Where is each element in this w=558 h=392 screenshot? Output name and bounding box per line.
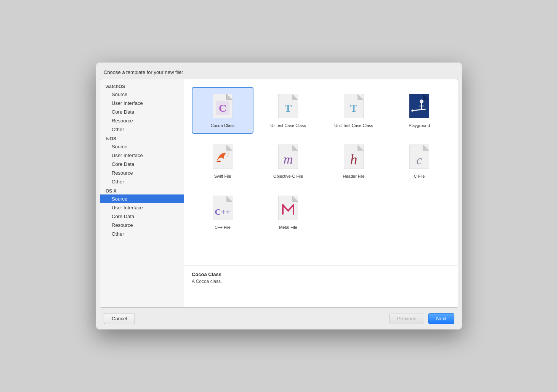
header-file-icon: h (342, 143, 365, 170)
ui-test-case-icon: T (277, 92, 300, 120)
sidebar-item-osx-source[interactable]: Source (100, 194, 184, 203)
sidebar-item-tvos-resource[interactable]: Resource (100, 169, 184, 177)
svg-text:h: h (350, 151, 358, 167)
cpp-file-label: C++ File (215, 225, 231, 230)
template-cpp-file[interactable]: C++ C++ File (192, 189, 253, 236)
sidebar-item-tvos-other[interactable]: Other (100, 177, 184, 186)
dialog-title: Choose a template for your new file: (104, 69, 183, 75)
template-swift-file[interactable]: Swift File (192, 138, 253, 185)
cocoa-class-label: Cocoa Class (211, 123, 234, 129)
playground-label: Playground (409, 123, 430, 129)
new-file-dialog: Choose a template for your new file: wat… (96, 63, 462, 329)
ui-test-case-label: UI Test Case Class (270, 123, 306, 129)
svg-point-15 (411, 109, 414, 112)
cancel-button[interactable]: Cancel (104, 313, 135, 324)
objective-c-icon: m (277, 143, 300, 170)
template-playground[interactable]: Playground (388, 87, 450, 134)
sidebar-item-osx-ui[interactable]: User Interface (100, 203, 184, 212)
description-title: Cocoa Class (192, 272, 450, 277)
sidebar-item-osx-resource[interactable]: Resource (100, 221, 184, 230)
template-c-file[interactable]: c C File (388, 138, 450, 185)
sidebar-item-watchos-other[interactable]: Other (100, 125, 184, 134)
c-file-icon: c (408, 143, 431, 170)
sidebar-item-osx-other[interactable]: Other (100, 230, 184, 238)
playground-icon (408, 92, 431, 120)
cocoa-class-icon: C (211, 92, 234, 120)
svg-text:m: m (284, 152, 293, 166)
sidebar-group-osx: OS X (100, 186, 184, 194)
sidebar-item-osx-coredata[interactable]: Core Data (100, 212, 184, 221)
swift-file-label: Swift File (214, 174, 231, 179)
template-cocoa-class[interactable]: C Cocoa Class (192, 87, 253, 134)
next-button[interactable]: Next (428, 313, 454, 324)
svg-text:c: c (416, 153, 422, 167)
metal-file-label: Metal File (279, 225, 297, 230)
svg-text:T: T (285, 102, 292, 114)
svg-text:C: C (219, 102, 226, 114)
cpp-file-icon: C++ (211, 194, 234, 222)
template-objective-c-file[interactable]: m Objective-C File (257, 138, 319, 185)
metal-file-icon (277, 194, 300, 222)
sidebar-group-tvos: tvOS (100, 134, 184, 142)
description-area: Cocoa Class A Cocoa class. (184, 265, 458, 307)
description-text: A Cocoa class. (192, 279, 450, 284)
dialog-header: Choose a template for your new file: (96, 63, 462, 79)
sidebar: watchOS Source User Interface Core Data … (100, 79, 184, 307)
unit-test-case-icon: T (342, 92, 365, 120)
template-ui-test-case-class[interactable]: T UI Test Case Class (257, 87, 319, 134)
c-file-label: C File (414, 174, 425, 179)
content-area: C Cocoa Class T UI Test Case Class (184, 79, 458, 307)
sidebar-item-watchos-ui[interactable]: User Interface (100, 99, 184, 108)
objective-c-label: Objective-C File (273, 174, 303, 179)
sidebar-item-watchos-resource[interactable]: Resource (100, 116, 184, 125)
sidebar-item-tvos-coredata[interactable]: Core Data (100, 160, 184, 169)
template-grid: C Cocoa Class T UI Test Case Class (184, 79, 458, 265)
previous-button[interactable]: Previous (389, 313, 425, 324)
svg-text:T: T (350, 102, 358, 114)
template-metal-file[interactable]: Metal File (257, 189, 319, 236)
svg-text:C++: C++ (215, 207, 231, 217)
dialog-body: watchOS Source User Interface Core Data … (100, 79, 458, 308)
sidebar-item-tvos-ui[interactable]: User Interface (100, 151, 184, 160)
header-file-label: Header File (343, 174, 365, 179)
unit-test-case-label: Unit Test Case Class (334, 123, 373, 129)
nav-buttons: Previous Next (389, 313, 454, 324)
sidebar-item-tvos-source[interactable]: Source (100, 142, 184, 151)
sidebar-item-watchos-coredata[interactable]: Core Data (100, 108, 184, 116)
sidebar-group-watchos: watchOS (100, 82, 184, 90)
svg-point-13 (420, 100, 423, 103)
template-header-file[interactable]: h Header File (323, 138, 385, 185)
sidebar-item-watchos-source[interactable]: Source (100, 90, 184, 99)
swift-file-icon (211, 143, 234, 170)
dialog-footer: Cancel Previous Next (96, 308, 462, 329)
template-unit-test-case-class[interactable]: T Unit Test Case Class (323, 87, 385, 134)
